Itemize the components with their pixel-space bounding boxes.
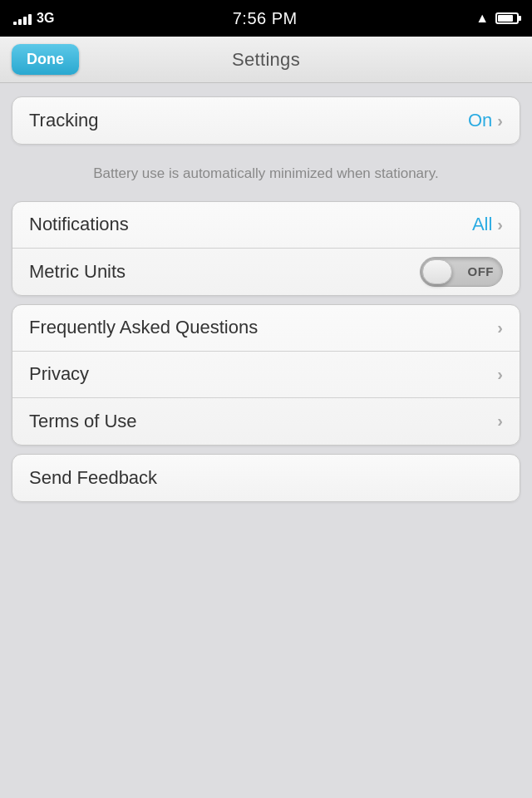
status-right: ▲ [475, 11, 519, 26]
done-button[interactable]: Done [12, 44, 79, 75]
nav-bar: Done Settings [0, 37, 532, 83]
signal-bar-4 [28, 14, 32, 25]
signal-bar-1 [13, 22, 17, 25]
toggle-off-label: OFF [468, 264, 495, 278]
feedback-label: Send Feedback [29, 467, 157, 489]
terms-label: Terms of Use [29, 411, 137, 432]
info-group: Frequently Asked Questions › Privacy › T… [12, 304, 520, 446]
carrier-label: 3G [37, 11, 54, 26]
tracking-label: Tracking [29, 110, 99, 131]
battery-fill [498, 15, 513, 22]
notifications-value: All › [472, 214, 503, 235]
tracking-chevron: › [497, 111, 503, 131]
privacy-row[interactable]: Privacy › [12, 352, 520, 398]
notifications-status: All [472, 214, 492, 235]
privacy-label: Privacy [29, 363, 89, 385]
privacy-chevron: › [497, 365, 503, 384]
tracking-value: On › [468, 110, 503, 131]
feedback-group: Send Feedback [12, 454, 520, 502]
signal-bars [13, 12, 32, 25]
notifications-group: Notifications All › Metric Units OFF [12, 201, 520, 296]
battery-icon [495, 12, 519, 24]
settings-content: Tracking On › Battery use is automatical… [0, 83, 532, 798]
metric-units-toggle[interactable]: OFF [420, 257, 503, 287]
tracking-hint: Battery use is automatically minimized w… [12, 153, 520, 201]
notifications-label: Notifications [29, 214, 129, 235]
metric-units-row[interactable]: Metric Units OFF [12, 249, 520, 295]
terms-chevron: › [497, 411, 503, 431]
tracking-status: On [468, 110, 492, 131]
notifications-chevron: › [497, 215, 503, 234]
terms-row[interactable]: Terms of Use › [12, 398, 520, 445]
location-icon: ▲ [475, 11, 489, 26]
nav-title: Settings [232, 49, 300, 71]
signal-bar-3 [23, 17, 27, 25]
feedback-row[interactable]: Send Feedback [12, 455, 520, 501]
notifications-row[interactable]: Notifications All › [12, 202, 520, 249]
tracking-row[interactable]: Tracking On › [12, 97, 520, 144]
tracking-group: Tracking On › [12, 96, 520, 145]
faq-row[interactable]: Frequently Asked Questions › [12, 305, 520, 352]
status-left: 3G [13, 11, 54, 26]
signal-bar-2 [18, 19, 22, 25]
status-time: 7:56 PM [233, 9, 298, 28]
faq-chevron: › [497, 318, 503, 337]
status-bar: 3G 7:56 PM ▲ [0, 0, 532, 37]
toggle-knob [422, 259, 452, 284]
faq-label: Frequently Asked Questions [29, 317, 258, 338]
metric-units-label: Metric Units [29, 261, 126, 283]
